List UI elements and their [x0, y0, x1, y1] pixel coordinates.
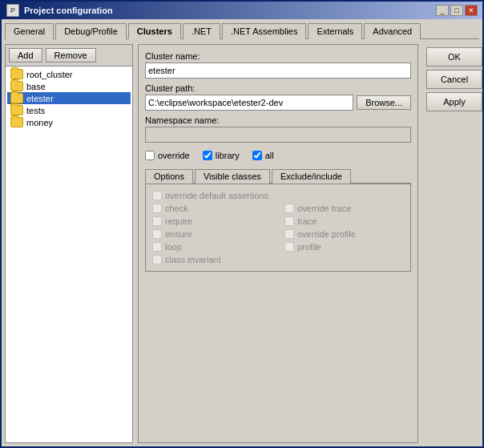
loop-item: loop — [152, 242, 272, 252]
tree-item-label: base — [26, 82, 46, 91]
folder-icon — [10, 69, 23, 79]
title-buttons: _ □ ✕ — [436, 5, 478, 16]
profile-checkbox[interactable] — [284, 242, 294, 252]
override-trace-item: override trace — [284, 204, 404, 213]
cluster-path-label: Cluster path: — [145, 83, 411, 93]
class-invariant-label: class invariant — [165, 255, 221, 264]
cancel-button[interactable]: Cancel — [426, 70, 482, 89]
sub-tabs: Options Visible classes Exclude/include — [145, 168, 411, 184]
library-checkbox[interactable] — [203, 151, 212, 160]
sub-tab-visible-classes[interactable]: Visible classes — [195, 169, 270, 184]
tree-item-label: money — [26, 118, 53, 127]
cluster-name-label: Cluster name: — [145, 51, 411, 61]
left-panel-toolbar: Add Remove — [6, 45, 132, 67]
ensure-checkbox[interactable] — [152, 229, 162, 239]
override-assertions-checkbox[interactable] — [152, 191, 162, 200]
tab-general[interactable]: General — [5, 23, 54, 39]
check-item: check — [152, 204, 272, 213]
folder-icon — [10, 81, 23, 91]
tab-externals[interactable]: Externals — [308, 23, 362, 39]
tree-area: root_cluster base etester tests — [6, 67, 132, 442]
namespace-label: Namespace name: — [145, 115, 411, 125]
profile-label: profile — [297, 242, 321, 252]
sub-tab-options[interactable]: Options — [145, 169, 193, 184]
tab-clusters[interactable]: Clusters — [128, 23, 181, 39]
browse-button[interactable]: Browse... — [357, 95, 411, 110]
check-label: check — [165, 204, 188, 213]
tree-item-money[interactable]: money — [7, 116, 131, 128]
maximize-button[interactable]: □ — [450, 5, 463, 16]
options-panel: override default assertions check overri… — [145, 184, 411, 272]
all-label: all — [265, 151, 274, 160]
tab-net-assemblies[interactable]: .NET Assemblies — [222, 23, 307, 39]
right-panel: Cluster name: Cluster path: Browse... Na… — [138, 44, 418, 443]
class-invariant-checkbox[interactable] — [152, 255, 162, 264]
tree-item-label: tests — [26, 106, 45, 115]
override-checkbox-item: override — [145, 151, 190, 160]
ok-button[interactable]: OK — [426, 47, 482, 67]
tree-item-label: root_cluster — [26, 70, 72, 79]
minimize-button[interactable]: _ — [436, 5, 449, 16]
sub-tab-exclude-include[interactable]: Exclude/include — [272, 169, 351, 184]
library-checkbox-item: library — [203, 151, 240, 160]
trace-label: trace — [297, 216, 317, 226]
loop-label: loop — [165, 242, 182, 252]
trace-checkbox[interactable] — [284, 216, 294, 226]
browse-row: Browse... — [145, 95, 411, 111]
override-trace-checkbox[interactable] — [284, 204, 294, 213]
folder-icon — [10, 105, 23, 115]
ensure-item: ensure — [152, 229, 272, 239]
ensure-label: ensure — [165, 229, 192, 239]
override-profile-checkbox[interactable] — [284, 229, 294, 239]
all-checkbox-item: all — [252, 151, 274, 160]
main-panel: General Debug/Profile Clusters .NET .NET… — [5, 22, 479, 443]
folder-icon — [10, 117, 23, 127]
override-assertions-label: override default assertions — [165, 191, 268, 200]
require-item: require — [152, 216, 272, 226]
override-trace-label: override trace — [297, 204, 351, 213]
require-checkbox[interactable] — [152, 216, 162, 226]
override-assertions-item: override default assertions — [152, 191, 404, 200]
apply-button[interactable]: Apply — [426, 92, 482, 111]
cluster-name-section: Cluster name: — [145, 51, 411, 79]
folder-icon — [10, 93, 23, 103]
tree-item-etester[interactable]: etester — [7, 92, 131, 104]
options-grid: override default assertions check overri… — [152, 191, 404, 264]
add-button[interactable]: Add — [9, 48, 42, 63]
cluster-name-input[interactable] — [145, 63, 411, 79]
title-bar-left: P Project configuration — [6, 4, 113, 17]
tree-item-tests[interactable]: tests — [7, 104, 131, 116]
override-checkbox[interactable] — [145, 151, 155, 160]
title-bar: P Project configuration _ □ ✕ — [2, 2, 482, 19]
sub-tab-section: Options Visible classes Exclude/include … — [145, 168, 411, 272]
cluster-path-input[interactable] — [145, 95, 353, 111]
override-profile-label: override profile — [297, 229, 356, 239]
tab-bar: General Debug/Profile Clusters .NET .NET… — [5, 22, 479, 39]
namespace-section: Namespace name: — [145, 115, 411, 143]
cluster-path-section: Cluster path: Browse... — [145, 83, 411, 111]
window-icon: P — [6, 4, 19, 17]
check-checkbox[interactable] — [152, 204, 162, 213]
require-label: require — [165, 216, 192, 226]
all-checkbox[interactable] — [252, 151, 262, 160]
tree-item-base[interactable]: base — [7, 80, 131, 92]
panel-body: Add Remove root_cluster base — [5, 39, 479, 443]
left-panel: Add Remove root_cluster base — [5, 44, 133, 443]
override-label: override — [158, 151, 190, 160]
class-invariant-item: class invariant — [152, 255, 272, 264]
tab-debug-profile[interactable]: Debug/Profile — [55, 23, 127, 39]
trace-item: trace — [284, 216, 404, 226]
override-profile-item: override profile — [284, 229, 404, 239]
remove-button[interactable]: Remove — [46, 48, 96, 63]
tab-advanced[interactable]: Advanced — [364, 23, 421, 39]
window-title: Project configuration — [24, 6, 113, 15]
checkbox-row: override library all — [145, 147, 411, 163]
content-area: General Debug/Profile Clusters .NET .NET… — [2, 19, 482, 446]
namespace-input[interactable] — [145, 127, 411, 143]
tab-net[interactable]: .NET — [183, 23, 220, 39]
library-label: library — [216, 151, 240, 160]
close-button[interactable]: ✕ — [465, 5, 478, 16]
tree-item-root-cluster[interactable]: root_cluster — [7, 68, 131, 80]
side-buttons: OK Cancel Apply — [423, 44, 479, 443]
loop-checkbox[interactable] — [152, 242, 162, 252]
